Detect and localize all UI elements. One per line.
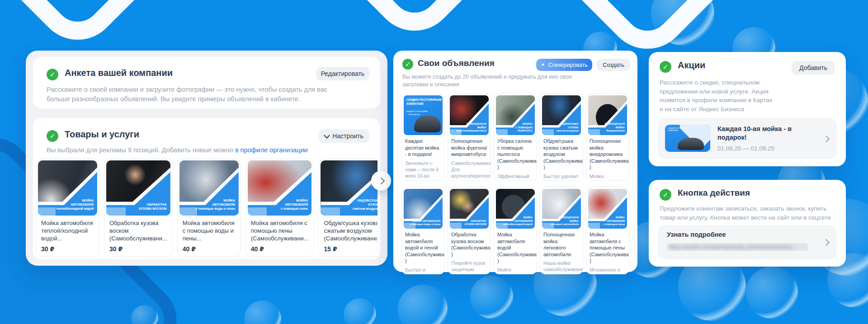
thumbnail-caption: МОЙКА АВТОМОБИЛЯ теплой/холодной водой xyxy=(503,216,533,225)
ad-card[interactable]: УБОРКА С ПОМОЩЬЮ ПЫЛЕСОСА Уборка салона … xyxy=(494,93,537,181)
promotions-description: Расскажите о скидке, специальном предлож… xyxy=(660,78,777,113)
action-link-item[interactable]: Узнать подробнее https://yandex.ru/maps/… xyxy=(658,225,837,259)
ad-card[interactable]: ПОЛНОЦЕННАЯ МОЙКА Внедорожника Полноценн… xyxy=(586,93,629,181)
own-ads-card: ✓ Свои объявления ✦ Сгенерировать Создат… xyxy=(393,51,637,272)
bubble-decoration xyxy=(344,298,376,324)
promotions-title: Акции xyxy=(678,60,705,70)
ad-description: Мойка самообслуживания для больших... xyxy=(590,173,626,181)
promotion-item-dates: 01.08.25 — 01.09.25 xyxy=(717,145,774,152)
ad-card[interactable]: ОБРАБОТКА КУЗОВА ВОСКОМ Обработка кузова… xyxy=(448,187,491,274)
ad-thumbnail: МОЙКА АВТОМОБИЛЯ теплой/холодной водой xyxy=(496,189,535,229)
ad-thumbnail: ПОЛНОЦЕННАЯ МОЙКА фургона/микроавтобуса xyxy=(450,95,489,135)
thumbnail-caption: ПОЛНОЦЕННАЯ МОЙКА Внедорожника xyxy=(605,122,625,132)
ad-card[interactable]: ПОЛНОЦЕННАЯ МОЙКА легкового автомобиля П… xyxy=(540,187,583,274)
ribbon-corner xyxy=(179,207,197,216)
product-thumbnail: МОЙКА АВТОМОБИЛЯ теплой/холодной водой xyxy=(38,160,97,216)
product-thumbnail: ОБРАБОТКА КУЗОВА ВОСКОМ xyxy=(106,160,170,216)
product-card[interactable]: МОЙКА АВТОМОБИЛЯ с помощью воды и пены М… xyxy=(177,158,241,257)
products-card: ✓ Товары и услуги Настроить Вы выбрали д… xyxy=(33,118,380,259)
bubble-decoration xyxy=(470,276,513,319)
ad-description: Самообслуживание. Для крупногабаритного.… xyxy=(451,160,487,179)
diagonal-stripe-decoration xyxy=(184,0,645,47)
ad-thumbnail: УБОРКА С ПОМОЩЬЮ ПЫЛЕСОСА xyxy=(496,95,535,135)
ad-title: Мойка автомобиля водой и пеной (Самообсл… xyxy=(405,231,441,264)
ad-thumbnail: ПОЛНОЦЕННАЯ МОЙКА легкового автомобиля xyxy=(542,189,581,229)
generate-button[interactable]: ✦ Сгенерировать xyxy=(536,59,592,71)
thumbnail-caption: МОЙКА АВТОМОБИЛЯ с помощью воды и пены xyxy=(196,198,235,211)
ad-card[interactable]: СКИДКИ ПОСТОЯННЫМ КЛИЕНТАМ! Каждая 10-ая… xyxy=(401,93,445,181)
action-button-description: Предложите клиентам записаться, заказать… xyxy=(660,204,837,222)
action-url-blurred: https://yandex.ru/maps/org/moyka_samoobs… xyxy=(667,243,808,251)
ad-description: Быстро удаляет воду из стыков, замков, р… xyxy=(543,173,580,181)
ad-card[interactable]: МОЙКА АВТОМОБИЛЯ с помощью воды и пены М… xyxy=(401,187,445,274)
ad-card[interactable]: МОЙКА АВТОМОБИЛЯ с помощью пены Мойка ав… xyxy=(586,187,629,274)
ad-thumbnail: ПОЛНОЦЕННАЯ МОЙКА Внедорожника xyxy=(588,95,627,135)
action-button-card: ✓ Кнопка действия Предложите клиентам за… xyxy=(649,180,846,267)
product-title: Мойка автомобиля теплой/холодной водой..… xyxy=(41,219,94,242)
promotion-list-item[interactable]: СКИДКИ ПОСТОЯННЫМ КЛИЕНТАМ! Каждая 10-ая… xyxy=(658,118,837,159)
product-price: 30 ₽ xyxy=(41,245,94,253)
promotion-item-title: Каждая 10-ая мойка - в подарок! xyxy=(717,125,803,142)
ad-thumbnail: СКИДКИ ПОСТОЯННЫМ КЛИЕНТАМ! Каждая 10-ая… xyxy=(404,95,443,135)
bubble-decoration xyxy=(244,301,281,324)
check-icon: ✓ xyxy=(47,69,58,80)
thumbnail-caption: ОБРАБОТКА КУЗОВА ВОСКОМ xyxy=(139,202,166,211)
promo-heading: СКИДКИ ПОСТОЯННЫМ КЛИЕНТАМ! xyxy=(406,98,441,106)
promotion-thumbnail: СКИДКИ ПОСТОЯННЫМ КЛИЕНТАМ! xyxy=(665,125,710,152)
product-title: Обработка кузова воском (Самообслуживани… xyxy=(109,219,167,242)
product-card[interactable]: МОЙКА АВТОМОБИЛЯ теплой/холодной водой М… xyxy=(36,158,99,257)
thumbnail-caption: МОЙКА АВТОМОБИЛЯ с помощью пены xyxy=(281,198,308,211)
add-promotion-button[interactable]: Добавить xyxy=(792,61,835,75)
ad-card[interactable]: ПОЛНОЦЕННАЯ МОЙКА фургона/микроавтобуса … xyxy=(448,93,491,181)
thumbnail-caption: ПОЛНОЦЕННАЯ МОЙКА легкового автомобиля xyxy=(551,216,579,225)
product-thumbnail: ОБДУВ/СУШКА КУЗОВА сжатым воздухом xyxy=(321,160,377,216)
configure-button-label: Настроить xyxy=(332,132,363,140)
action-url-pill: https://yandex.ru/maps/org/moyka_samoobs… xyxy=(667,243,808,251)
products-title: Товары и услуги xyxy=(65,129,139,140)
configure-button[interactable]: Настроить xyxy=(319,129,369,143)
ribbon-corner xyxy=(496,129,508,135)
company-profile-card: ✓ Анкета вашей компании Редактировать Ра… xyxy=(33,57,380,108)
ads-title: Свои объявления xyxy=(418,58,495,68)
ad-card[interactable]: МОЙКА АВТОМОБИЛЯ теплой/холодной водой М… xyxy=(494,187,537,274)
ribbon-corner xyxy=(588,223,600,229)
left-panel-group: ✓ Анкета вашей компании Редактировать Ра… xyxy=(26,51,387,266)
check-icon: ✓ xyxy=(47,130,58,142)
generate-button-label: Сгенерировать xyxy=(548,62,587,68)
ad-description: Мойте автомобиль в теплой воде. Это особ… xyxy=(497,267,533,275)
action-item-title: Узнать подробнее xyxy=(667,231,726,238)
ribbon-corner xyxy=(542,129,554,135)
products-carousel: МОЙКА АВТОМОБИЛЯ теплой/холодной водой М… xyxy=(36,158,377,257)
ads-grid: СКИДКИ ПОСТОЯННЫМ КЛИЕНТАМ! Каждая 10-ая… xyxy=(401,93,629,274)
check-icon: ✓ xyxy=(402,59,413,70)
carousel-next-button[interactable] xyxy=(371,171,391,191)
thumbnail-caption: ПОЛНОЦЕННАЯ МОЙКА фургона/микроавтобуса xyxy=(457,122,486,132)
ribbon-corner xyxy=(106,207,126,216)
car-image xyxy=(414,116,440,132)
chevron-right-icon xyxy=(377,177,385,184)
ribbon-corner xyxy=(450,223,462,229)
create-button[interactable]: Создать xyxy=(597,59,630,71)
product-card[interactable]: ОБДУВ/СУШКА КУЗОВА сжатым воздухом Обдув… xyxy=(318,158,377,257)
product-title: Мойка автомобиля с помощью пены (Самообс… xyxy=(251,219,309,242)
ad-title: Полноценная мойка внедорожника (Самообсл… xyxy=(590,138,626,171)
bubble-decoration xyxy=(746,267,798,319)
ad-description: Быстро и бережно очистит ваш автомобиль … xyxy=(405,267,441,275)
organization-profile-link[interactable]: в профиле организации xyxy=(235,146,308,154)
chevron-right-icon xyxy=(823,239,830,246)
thumbnail-caption: ОБДУВ/СУШКА КУЗОВА сжатым воздухом xyxy=(353,198,377,211)
ad-description: Покройте кузов защитным слоем воска и за… xyxy=(451,260,487,274)
ad-title: Полноценная мойка фургона/ микроавтобуса xyxy=(451,138,487,158)
products-subtitle: Вы выбрали для рекламы 9 позиций. Добави… xyxy=(47,146,308,154)
ribbon-corner xyxy=(321,207,340,216)
product-card[interactable]: МОЙКА АВТОМОБИЛЯ с помощью пены Мойка ав… xyxy=(245,158,314,257)
ad-thumbnail: МОЙКА АВТОМОБИЛЯ с помощью пены xyxy=(588,189,627,229)
ad-card[interactable]: ОБДУВ/СУШКА КУЗОВА сжатым воздухом Обдув… xyxy=(540,93,583,181)
company-profile-title: Анкета вашей компании xyxy=(65,68,173,78)
product-card[interactable]: ОБРАБОТКА КУЗОВА ВОСКОМ Обработка кузова… xyxy=(104,158,173,257)
edit-button[interactable]: Редактировать xyxy=(316,67,369,80)
product-thumbnail: МОЙКА АВТОМОБИЛЯ с помощью пены xyxy=(248,160,312,216)
ad-thumbnail: МОЙКА АВТОМОБИЛЯ с помощью воды и пены xyxy=(404,189,443,229)
sparkle-icon: ✦ xyxy=(541,62,545,68)
product-title: Обдув/сушка кузова сжатым воздухом (Само… xyxy=(324,219,377,242)
